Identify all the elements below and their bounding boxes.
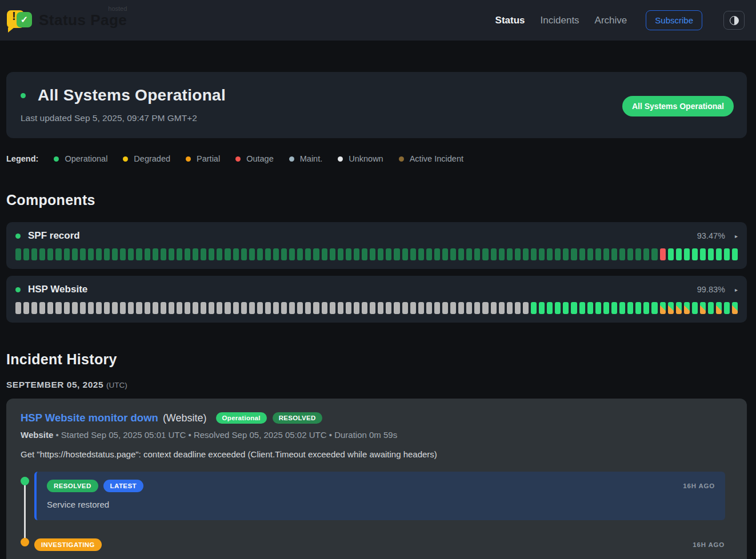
uptime-bar-dim (15, 248, 21, 260)
uptime-bar-nodata (305, 302, 311, 314)
uptime-bar-nodata (515, 302, 521, 314)
uptime-bar-dim (394, 248, 399, 260)
update-text: Service restored (47, 500, 715, 509)
legend-item-active-incident: Active Incident (399, 154, 463, 163)
update-head: RESOLVEDLATEST16H AGO (47, 480, 715, 492)
uptime-bar-dim (39, 248, 45, 260)
main-nav: StatusIncidentsArchive Subscribe (495, 10, 745, 30)
legend-item-partial: Partial (186, 154, 220, 163)
update-timestamp: 16H AGO (693, 541, 725, 548)
uptime-bar-dim (627, 248, 633, 260)
uptime-bar-dim (177, 248, 182, 260)
components-list: SPF record93.47%▸HSP Website99.83%▸ (6, 222, 747, 323)
incident-title-link[interactable]: HSP Website monitor down (21, 412, 158, 424)
uptime-bar-dim (145, 248, 150, 260)
uptime-bar-up (692, 302, 698, 314)
legend-item-outage: Outage (235, 154, 274, 163)
component-right: 93.47%▸ (697, 231, 738, 240)
uptime-bar-nodata (442, 302, 448, 314)
uptime-bar-up (676, 248, 682, 260)
incident-date-timezone: (UTC) (106, 381, 127, 389)
incident-timeline: RESOLVEDLATEST16H AGOService restoredINV… (21, 472, 733, 559)
uptime-bar-dim (643, 248, 649, 260)
uptime-bar-dim (273, 248, 279, 260)
uptime-bar-dim (499, 248, 505, 260)
uptime-bar-dim (31, 248, 37, 260)
component-row[interactable]: SPF record93.47%▸ (15, 230, 738, 242)
theme-toggle-button[interactable] (723, 11, 745, 30)
uptime-bar-dim (305, 248, 311, 260)
uptime-bar-nodata (169, 302, 174, 314)
uptime-bar-dim (217, 248, 222, 260)
update-highlight-box: RESOLVEDLATEST16H AGOService restored (34, 472, 725, 520)
uptime-bar-nodata (15, 302, 21, 314)
legend-dot (338, 156, 343, 162)
nav-link-status[interactable]: Status (495, 15, 525, 26)
legend-item-operational: Operational (54, 154, 107, 163)
uptime-bar-dim (233, 248, 239, 260)
component-status-dot (15, 287, 21, 292)
brand: ! ✓ Status Page hosted (7, 8, 127, 33)
uptime-bar-nodata (386, 302, 391, 314)
uptime-bar-nodata (241, 302, 247, 314)
component-card: SPF record93.47%▸ (6, 222, 747, 269)
uptime-bar-nodata (322, 302, 327, 314)
overall-status-title: All Systems Operational (38, 86, 226, 104)
uptime-bar-nodata (161, 302, 166, 314)
legend-item-label: Maint. (300, 154, 323, 163)
expand-arrow-icon[interactable]: ▸ (735, 233, 738, 239)
uptime-bar-nodata (394, 302, 399, 314)
uptime-bar-dim (104, 248, 110, 260)
uptime-bar-nodata (362, 302, 367, 314)
uptime-bar-up (684, 248, 690, 260)
uptime-bar-dim (209, 248, 214, 260)
uptime-bar-dim (330, 248, 335, 260)
uptime-bar-dim (193, 248, 198, 260)
uptime-bar-dim (635, 248, 641, 260)
uptime-bar-up (595, 302, 601, 314)
incident-update: RESOLVEDLATEST16H AGOService restored (34, 472, 733, 520)
uptime-bar-nodata (104, 302, 110, 314)
uptime-bar-up (700, 248, 706, 260)
uptime-bar-partial (732, 302, 738, 314)
component-row[interactable]: HSP Website99.83%▸ (15, 284, 738, 295)
uptime-bar-nodata (225, 302, 230, 314)
expand-arrow-icon[interactable]: ▸ (735, 287, 738, 293)
uptime-bar-nodata (330, 302, 335, 314)
uptime-bar-down (660, 248, 666, 260)
component-card: HSP Website99.83%▸ (6, 276, 747, 323)
uptime-bar-dim (450, 248, 456, 260)
uptime-bar-up (668, 248, 674, 260)
uptime-bar-up (708, 302, 714, 314)
uptime-bar-nodata (458, 302, 464, 314)
uptime-bar-dim (23, 248, 29, 260)
brand-name: Status Page (39, 11, 127, 29)
incident-badges: OperationalRESOLVED (216, 412, 322, 424)
uptime-bar-nodata (346, 302, 351, 314)
uptime-bar-dim (547, 248, 553, 260)
uptime-bar-dim (579, 248, 585, 260)
legend-dot (186, 156, 191, 162)
uptime-bar-nodata (257, 302, 263, 314)
uptime-bar-nodata (426, 302, 432, 314)
updates-list: RESOLVEDLATEST16H AGOService restoredINV… (34, 472, 733, 559)
uptime-bar-nodata (507, 302, 513, 314)
nav-link-incidents[interactable]: Incidents (541, 15, 579, 26)
uptime-bar-up (603, 302, 609, 314)
nav-link-archive[interactable]: Archive (595, 15, 627, 26)
status-legend: Legend: OperationalDegradedPartialOutage… (6, 154, 747, 163)
uptime-bar-dim (507, 248, 513, 260)
uptime-bar-nodata (153, 302, 158, 314)
update-status-dot (21, 477, 29, 485)
uptime-bar-nodata (233, 302, 239, 314)
uptime-bar-nodata (64, 302, 70, 314)
subscribe-button[interactable]: Subscribe (646, 10, 702, 30)
incident-description: Get "https://hostedstatus.page": context… (21, 449, 733, 459)
uptime-bar-nodata (499, 302, 505, 314)
uptime-bar-dim (595, 248, 601, 260)
badge-latest: LATEST (103, 480, 143, 492)
legend-dot (123, 156, 128, 162)
uptime-bar-partial (660, 302, 666, 314)
uptime-bar-dim (386, 248, 391, 260)
uptime-bar-nodata (313, 302, 319, 314)
